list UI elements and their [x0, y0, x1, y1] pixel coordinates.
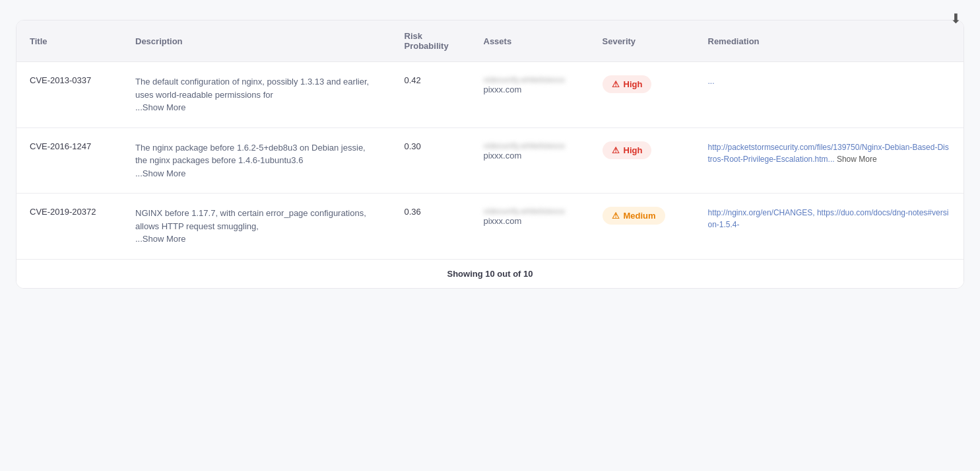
cell-severity: ⚠ Medium	[589, 194, 695, 259]
cell-risk-probability: 0.36	[391, 194, 471, 259]
severity-badge: ⚠ Medium	[603, 207, 665, 225]
table-body: CVE-2013-0337The default configuration o…	[16, 62, 964, 259]
download-icon: ⬇	[950, 11, 962, 26]
col-risk-probability: Risk Probability	[391, 20, 471, 62]
show-more-link[interactable]: ...Show More	[135, 102, 186, 112]
severity-label: Medium	[624, 211, 656, 221]
table-footer: Showing 10 out of 10	[16, 259, 964, 288]
col-description: Description	[122, 20, 391, 62]
cell-description: The nginx package before 1.6.2-5+deb8u3 …	[122, 127, 391, 194]
cell-description: The default configuration of nginx, poss…	[122, 62, 391, 128]
warning-icon: ⚠	[612, 211, 620, 221]
assets-blurred: videounify.whitelistexxx	[484, 141, 576, 151]
show-more-link[interactable]: ...Show More	[135, 168, 186, 178]
cell-severity: ⚠ High	[589, 62, 695, 128]
cell-title: CVE-2019-20372	[16, 194, 122, 259]
assets-blurred: videounify.whitelistexxx	[484, 207, 576, 216]
page-wrapper: ⬇ Title Description Risk Probability Ass…	[0, 0, 980, 471]
severity-badge: ⚠ High	[603, 75, 652, 93]
col-assets: Assets	[471, 20, 589, 62]
assets-domain: pixxx.com	[484, 151, 576, 161]
cell-assets: videounify.whitelistexxxpixxx.com	[471, 62, 589, 128]
cell-remediation: ...	[695, 62, 964, 128]
assets-domain: pixxx.com	[484, 216, 576, 226]
cell-title: CVE-2016-1247	[16, 127, 122, 194]
cell-severity: ⚠ High	[589, 127, 695, 194]
cell-title: CVE-2013-0337	[16, 62, 122, 128]
col-severity: Severity	[589, 20, 695, 62]
table-row: CVE-2016-1247The nginx package before 1.…	[16, 127, 964, 194]
severity-label: High	[624, 79, 643, 89]
download-button[interactable]: ⬇	[950, 11, 962, 26]
cell-remediation: http://packetstormsecurity.com/files/139…	[695, 127, 964, 194]
show-more-link[interactable]: ...Show More	[135, 234, 186, 244]
col-title: Title	[16, 20, 122, 62]
assets-domain: pixxx.com	[484, 85, 576, 94]
severity-badge: ⚠ High	[603, 141, 652, 159]
cell-risk-probability: 0.42	[391, 62, 471, 128]
severity-label: High	[624, 145, 643, 155]
cell-assets: videounify.whitelistexxxpixxx.com	[471, 194, 589, 259]
cell-description: NGINX before 1.17.7, with certain error_…	[122, 194, 391, 259]
assets-blurred: videounify.whitelistexxx	[484, 75, 576, 85]
cell-assets: videounify.whitelistexxxpixxx.com	[471, 127, 589, 194]
warning-icon: ⚠	[612, 145, 620, 155]
cell-risk-probability: 0.30	[391, 127, 471, 194]
remediation-show-more[interactable]: Show More	[837, 155, 877, 164]
vulnerabilities-table-container: Title Description Risk Probability Asset…	[16, 20, 964, 289]
vulnerabilities-table: Title Description Risk Probability Asset…	[16, 20, 964, 259]
table-header-row: Title Description Risk Probability Asset…	[16, 20, 964, 62]
table-row: CVE-2013-0337The default configuration o…	[16, 62, 964, 128]
table-row: CVE-2019-20372NGINX before 1.17.7, with …	[16, 194, 964, 259]
cell-remediation: http://nginx.org/en/CHANGES, https://duo…	[695, 194, 964, 259]
col-remediation: Remediation	[695, 20, 964, 62]
warning-icon: ⚠	[612, 79, 620, 89]
